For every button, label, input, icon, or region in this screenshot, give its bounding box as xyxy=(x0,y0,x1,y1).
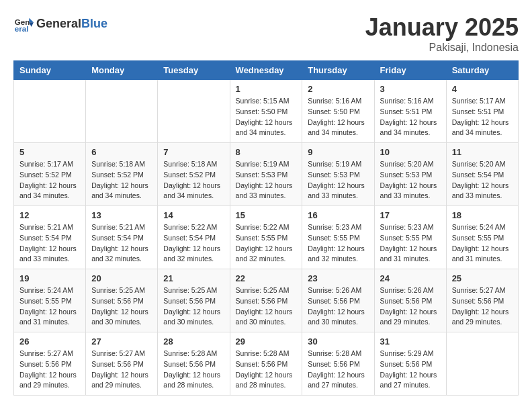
day-info: Sunrise: 5:27 AMSunset: 5:56 PMDaylight:… xyxy=(452,285,513,328)
day-number: 18 xyxy=(452,210,513,220)
day-info: Sunrise: 5:18 AMSunset: 5:52 PMDaylight:… xyxy=(163,159,224,201)
day-info: Sunrise: 5:25 AMSunset: 5:56 PMDaylight:… xyxy=(91,285,152,328)
day-cell: 20 Sunrise: 5:25 AMSunset: 5:56 PMDaylig… xyxy=(86,269,158,332)
day-cell: 7 Sunrise: 5:18 AMSunset: 5:52 PMDayligh… xyxy=(158,143,230,206)
day-info: Sunrise: 5:16 AMSunset: 5:50 PMDaylight:… xyxy=(308,96,368,138)
day-info: Sunrise: 5:21 AMSunset: 5:54 PMDaylight:… xyxy=(91,222,152,265)
day-number: 12 xyxy=(19,210,80,220)
day-cell: 3 Sunrise: 5:16 AMSunset: 5:51 PMDayligh… xyxy=(374,80,446,143)
day-cell: 9 Sunrise: 5:19 AMSunset: 5:53 PMDayligh… xyxy=(302,143,374,206)
week-row-1: 1 Sunrise: 5:15 AMSunset: 5:50 PMDayligh… xyxy=(14,80,519,143)
day-info: Sunrise: 5:17 AMSunset: 5:52 PMDaylight:… xyxy=(19,159,80,201)
day-number: 9 xyxy=(308,147,368,157)
day-number: 7 xyxy=(163,147,224,157)
day-info: Sunrise: 5:23 AMSunset: 5:55 PMDaylight:… xyxy=(308,222,368,265)
day-number: 26 xyxy=(19,336,80,347)
day-number: 15 xyxy=(236,210,297,220)
day-cell: 27 Sunrise: 5:27 AMSunset: 5:56 PMDaylig… xyxy=(86,332,158,396)
day-info: Sunrise: 5:28 AMSunset: 5:56 PMDaylight:… xyxy=(163,349,224,391)
day-cell: 1 Sunrise: 5:15 AMSunset: 5:50 PMDayligh… xyxy=(230,80,302,143)
day-cell: 10 Sunrise: 5:20 AMSunset: 5:53 PMDaylig… xyxy=(374,143,446,206)
logo-text: GeneralBlue xyxy=(36,17,107,31)
weekday-monday: Monday xyxy=(86,61,158,80)
day-info: Sunrise: 5:16 AMSunset: 5:51 PMDaylight:… xyxy=(380,96,441,138)
week-row-5: 26 Sunrise: 5:27 AMSunset: 5:56 PMDaylig… xyxy=(14,332,519,396)
day-cell: 29 Sunrise: 5:28 AMSunset: 5:56 PMDaylig… xyxy=(230,332,302,396)
page-header: Gen eral GeneralBlue January 2025 Pakisa… xyxy=(13,13,519,54)
week-row-4: 19 Sunrise: 5:24 AMSunset: 5:55 PMDaylig… xyxy=(14,269,519,332)
day-info: Sunrise: 5:19 AMSunset: 5:53 PMDaylight:… xyxy=(236,159,297,201)
day-cell: 8 Sunrise: 5:19 AMSunset: 5:53 PMDayligh… xyxy=(230,143,302,206)
weekday-wednesday: Wednesday xyxy=(230,61,302,80)
day-cell: 14 Sunrise: 5:22 AMSunset: 5:54 PMDaylig… xyxy=(158,206,230,269)
day-number: 25 xyxy=(452,273,513,283)
day-info: Sunrise: 5:29 AMSunset: 5:56 PMDaylight:… xyxy=(380,349,441,391)
day-number: 6 xyxy=(91,147,152,157)
day-number: 11 xyxy=(452,147,513,157)
day-info: Sunrise: 5:27 AMSunset: 5:56 PMDaylight:… xyxy=(91,349,152,391)
day-info: Sunrise: 5:22 AMSunset: 5:55 PMDaylight:… xyxy=(236,222,297,265)
day-info: Sunrise: 5:20 AMSunset: 5:53 PMDaylight:… xyxy=(380,159,441,201)
day-cell: 21 Sunrise: 5:25 AMSunset: 5:56 PMDaylig… xyxy=(158,269,230,332)
day-number: 24 xyxy=(380,273,441,283)
day-info: Sunrise: 5:20 AMSunset: 5:54 PMDaylight:… xyxy=(452,159,513,201)
month-title: January 2025 xyxy=(365,13,519,42)
day-number: 28 xyxy=(163,336,224,347)
week-row-2: 5 Sunrise: 5:17 AMSunset: 5:52 PMDayligh… xyxy=(14,143,519,206)
day-number: 19 xyxy=(19,273,80,283)
day-info: Sunrise: 5:24 AMSunset: 5:55 PMDaylight:… xyxy=(452,222,513,265)
weekday-header-row: SundayMondayTuesdayWednesdayThursdayFrid… xyxy=(14,61,519,80)
logo-general: General xyxy=(36,17,81,30)
calendar-table: SundayMondayTuesdayWednesdayThursdayFrid… xyxy=(13,60,519,396)
day-info: Sunrise: 5:27 AMSunset: 5:56 PMDaylight:… xyxy=(19,349,80,391)
logo-icon: Gen eral xyxy=(13,13,34,34)
day-info: Sunrise: 5:19 AMSunset: 5:53 PMDaylight:… xyxy=(308,159,368,201)
day-info: Sunrise: 5:17 AMSunset: 5:51 PMDaylight:… xyxy=(452,96,513,138)
day-number: 21 xyxy=(163,273,224,283)
day-cell: 16 Sunrise: 5:23 AMSunset: 5:55 PMDaylig… xyxy=(302,206,374,269)
day-number: 29 xyxy=(236,336,297,347)
day-cell: 18 Sunrise: 5:24 AMSunset: 5:55 PMDaylig… xyxy=(446,206,518,269)
day-number: 5 xyxy=(19,147,80,157)
day-cell: 25 Sunrise: 5:27 AMSunset: 5:56 PMDaylig… xyxy=(446,269,518,332)
day-cell: 15 Sunrise: 5:22 AMSunset: 5:55 PMDaylig… xyxy=(230,206,302,269)
title-area: January 2025 Pakisaji, Indonesia xyxy=(365,13,519,54)
day-number: 30 xyxy=(308,336,368,347)
day-cell: 12 Sunrise: 5:21 AMSunset: 5:54 PMDaylig… xyxy=(14,206,86,269)
day-number: 13 xyxy=(91,210,152,220)
day-cell: 2 Sunrise: 5:16 AMSunset: 5:50 PMDayligh… xyxy=(302,80,374,143)
day-cell: 11 Sunrise: 5:20 AMSunset: 5:54 PMDaylig… xyxy=(446,143,518,206)
day-info: Sunrise: 5:28 AMSunset: 5:56 PMDaylight:… xyxy=(236,349,297,391)
weekday-friday: Friday xyxy=(374,61,446,80)
day-cell: 28 Sunrise: 5:28 AMSunset: 5:56 PMDaylig… xyxy=(158,332,230,396)
day-info: Sunrise: 5:25 AMSunset: 5:56 PMDaylight:… xyxy=(236,285,297,328)
day-cell xyxy=(86,80,158,143)
logo: Gen eral GeneralBlue xyxy=(13,13,107,34)
day-cell: 26 Sunrise: 5:27 AMSunset: 5:56 PMDaylig… xyxy=(14,332,86,396)
day-number: 2 xyxy=(308,84,368,94)
day-info: Sunrise: 5:26 AMSunset: 5:56 PMDaylight:… xyxy=(308,285,368,328)
week-row-3: 12 Sunrise: 5:21 AMSunset: 5:54 PMDaylig… xyxy=(14,206,519,269)
day-number: 22 xyxy=(236,273,297,283)
day-info: Sunrise: 5:23 AMSunset: 5:55 PMDaylight:… xyxy=(380,222,441,265)
day-cell: 6 Sunrise: 5:18 AMSunset: 5:52 PMDayligh… xyxy=(86,143,158,206)
day-info: Sunrise: 5:22 AMSunset: 5:54 PMDaylight:… xyxy=(163,222,224,265)
day-info: Sunrise: 5:15 AMSunset: 5:50 PMDaylight:… xyxy=(236,96,297,138)
day-cell: 19 Sunrise: 5:24 AMSunset: 5:55 PMDaylig… xyxy=(14,269,86,332)
day-number: 20 xyxy=(91,273,152,283)
weekday-thursday: Thursday xyxy=(302,61,374,80)
day-cell: 4 Sunrise: 5:17 AMSunset: 5:51 PMDayligh… xyxy=(446,80,518,143)
location: Pakisaji, Indonesia xyxy=(365,42,519,54)
day-info: Sunrise: 5:18 AMSunset: 5:52 PMDaylight:… xyxy=(91,159,152,201)
day-info: Sunrise: 5:25 AMSunset: 5:56 PMDaylight:… xyxy=(163,285,224,328)
day-info: Sunrise: 5:24 AMSunset: 5:55 PMDaylight:… xyxy=(19,285,80,328)
day-cell xyxy=(446,332,518,396)
day-number: 3 xyxy=(380,84,441,94)
day-cell: 23 Sunrise: 5:26 AMSunset: 5:56 PMDaylig… xyxy=(302,269,374,332)
svg-text:eral: eral xyxy=(15,24,29,33)
day-cell: 5 Sunrise: 5:17 AMSunset: 5:52 PMDayligh… xyxy=(14,143,86,206)
day-cell xyxy=(14,80,86,143)
day-info: Sunrise: 5:28 AMSunset: 5:56 PMDaylight:… xyxy=(308,349,368,391)
day-info: Sunrise: 5:26 AMSunset: 5:56 PMDaylight:… xyxy=(380,285,441,328)
day-number: 31 xyxy=(380,336,441,347)
